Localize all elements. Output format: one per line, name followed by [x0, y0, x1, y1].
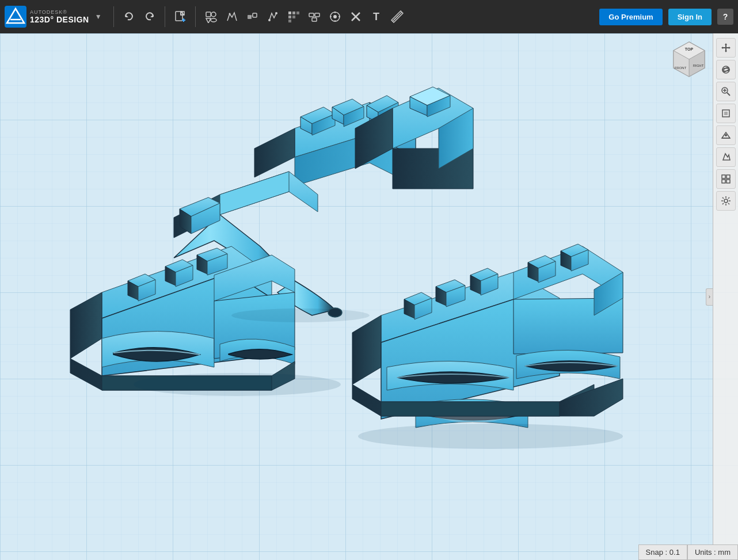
- svg-marker-41: [254, 128, 295, 177]
- redo-icon: [144, 12, 155, 22]
- grid-toggle-button[interactable]: [716, 169, 736, 189]
- measure-icon: [391, 10, 404, 23]
- svg-marker-118: [725, 51, 727, 52]
- sketch-button[interactable]: [222, 7, 241, 26]
- undo-icon: [124, 12, 134, 22]
- snap-icon: [329, 10, 341, 23]
- new-file-icon: [174, 10, 187, 23]
- svg-line-36: [394, 18, 395, 20]
- svg-point-12: [211, 18, 216, 22]
- main-viewport[interactable]: TOP RIGHT FRONT: [0, 33, 738, 560]
- fit-button[interactable]: [716, 104, 736, 123]
- svg-rect-21: [296, 12, 299, 14]
- svg-line-37: [397, 16, 398, 17]
- primitives-icon: [204, 10, 217, 23]
- shadow-right: [358, 424, 623, 449]
- svg-rect-20: [292, 12, 295, 14]
- svg-point-13: [229, 13, 230, 15]
- pan-icon: [721, 43, 731, 53]
- shadow-left: [134, 373, 341, 396]
- svg-rect-5: [176, 12, 182, 21]
- zoom-button[interactable]: [716, 82, 736, 101]
- svg-marker-64: [220, 172, 289, 215]
- units-status[interactable]: Units : mm: [687, 544, 738, 560]
- svg-marker-120: [729, 47, 731, 49]
- settings-icon: [721, 196, 731, 206]
- undo-button[interactable]: [120, 7, 138, 26]
- svg-rect-15: [253, 13, 257, 17]
- svg-rect-23: [292, 16, 295, 18]
- svg-marker-85: [352, 315, 381, 384]
- premium-button[interactable]: Go Premium: [599, 9, 662, 25]
- svg-rect-27: [312, 18, 317, 21]
- orientation-cube[interactable]: TOP RIGHT FRONT: [669, 39, 709, 79]
- svg-rect-136: [726, 180, 730, 183]
- delete-icon: [350, 11, 362, 22]
- perspective-icon: [721, 130, 731, 140]
- logo-text: AUTODESK® 123D° DESIGN: [30, 9, 89, 24]
- 3d-objects-viewport: [0, 33, 738, 560]
- zoom-icon: [721, 86, 731, 97]
- construct-icon: [246, 10, 258, 23]
- sketch-icon: [225, 10, 238, 23]
- app-name-label: 123D° DESIGN: [30, 15, 89, 24]
- sidebar-collapse-button[interactable]: ›: [706, 288, 713, 306]
- signin-button[interactable]: Sign In: [668, 9, 712, 25]
- measure-button[interactable]: [388, 7, 406, 26]
- right-sidebar: [713, 33, 738, 560]
- divider-3: [195, 6, 196, 27]
- svg-rect-9: [206, 12, 211, 17]
- svg-rect-26: [315, 13, 319, 17]
- help-button[interactable]: ?: [717, 9, 733, 25]
- modify-icon: [267, 10, 279, 23]
- redo-button[interactable]: [140, 7, 159, 26]
- modify-button[interactable]: [264, 7, 282, 26]
- group-button[interactable]: [305, 7, 324, 26]
- svg-marker-4: [150, 14, 153, 17]
- material-icon: [721, 152, 731, 162]
- svg-line-125: [727, 93, 730, 96]
- perspective-button[interactable]: [716, 125, 736, 145]
- svg-rect-133: [722, 175, 725, 178]
- fit-icon: [721, 108, 731, 119]
- settings-button[interactable]: [716, 191, 736, 211]
- new-file-button[interactable]: [171, 7, 189, 26]
- snap-button[interactable]: [326, 7, 344, 26]
- primitives-button[interactable]: [201, 7, 220, 26]
- pattern-button[interactable]: [284, 7, 303, 26]
- divider-1: [113, 6, 114, 27]
- autodesk-logo-icon: [5, 6, 26, 28]
- grid-toggle-icon: [721, 174, 731, 184]
- text-icon: T: [373, 11, 379, 23]
- delete-button[interactable]: [347, 7, 365, 26]
- svg-rect-24: [288, 20, 291, 22]
- autodesk-label: AUTODESK®: [30, 9, 89, 15]
- snap-status[interactable]: Snap : 0.1: [638, 544, 687, 560]
- svg-point-137: [724, 199, 728, 203]
- logo-area: AUTODESK® 123D° DESIGN ▼: [5, 6, 102, 28]
- svg-point-18: [275, 12, 277, 14]
- svg-marker-106: [381, 402, 560, 416]
- orbit-button[interactable]: [716, 60, 736, 79]
- material-button[interactable]: [716, 147, 736, 167]
- svg-rect-129: [724, 112, 728, 115]
- shadow-rocket: [231, 308, 370, 322]
- svg-rect-25: [309, 13, 314, 17]
- divider-2: [165, 6, 165, 27]
- construct-button[interactable]: [243, 7, 261, 26]
- pattern-icon: [287, 10, 300, 23]
- svg-marker-3: [125, 14, 128, 17]
- svg-marker-117: [725, 43, 727, 45]
- svg-rect-134: [726, 175, 730, 178]
- svg-rect-22: [288, 16, 291, 18]
- svg-point-132: [725, 134, 727, 136]
- pan-button[interactable]: [716, 38, 736, 58]
- main-toolbar: AUTODESK® 123D° DESIGN ▼: [0, 0, 738, 33]
- app-dropdown-icon[interactable]: ▼: [95, 13, 102, 21]
- svg-text:RIGHT: RIGHT: [693, 64, 704, 67]
- svg-text:FRONT: FRONT: [675, 66, 687, 70]
- svg-rect-14: [248, 15, 252, 19]
- text-button[interactable]: T: [367, 7, 386, 26]
- svg-rect-19: [288, 12, 291, 14]
- svg-rect-135: [722, 180, 725, 183]
